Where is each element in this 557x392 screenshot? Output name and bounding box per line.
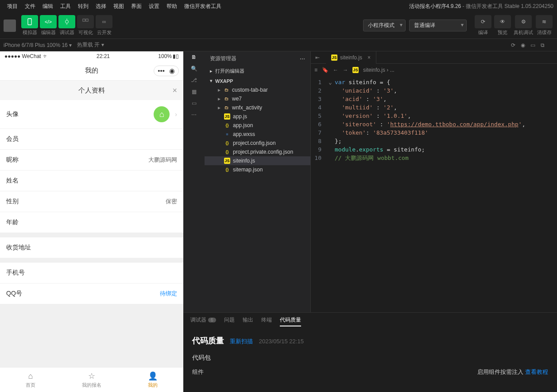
menu-item[interactable]: 设置 bbox=[145, 3, 163, 10]
ide-pane: 🗎 🔍 ⎇ ▦ ▭ ⋯ 资源管理器⋯ ▸打开的编辑器 ▾WXAPP ▸🗀cust… bbox=[183, 51, 557, 392]
refresh-icon[interactable]: ⟳ bbox=[511, 42, 515, 48]
hot-reload-toggle[interactable]: 热重载 开 ▾ bbox=[77, 41, 104, 49]
menu-item[interactable]: 工具 bbox=[57, 3, 74, 10]
tree-item[interactable]: JSsiteinfo.js bbox=[205, 156, 310, 165]
open-editors-header[interactable]: ▸打开的编辑器 bbox=[205, 66, 310, 76]
editor-action-icon[interactable]: ⇤ bbox=[315, 54, 320, 61]
panel-tab[interactable]: 调试器6 bbox=[190, 316, 216, 326]
search-icon[interactable]: 🔍 bbox=[191, 66, 197, 72]
device-select[interactable]: iPhone 6/7/8 Plus 100% 16 ▾ bbox=[4, 42, 72, 48]
breadcrumb[interactable]: siteinfo.js › ... bbox=[363, 67, 395, 73]
tree-item[interactable]: {}project.private.config.json bbox=[205, 147, 310, 156]
profile-cell[interactable]: 年龄 bbox=[0, 212, 183, 233]
project-root[interactable]: ▾WXAPP bbox=[205, 76, 310, 85]
panel-tab[interactable]: 问题 bbox=[224, 316, 235, 326]
section-label: 代码包 bbox=[192, 354, 548, 362]
explorer-title: 资源管理器 bbox=[210, 55, 236, 62]
remote-debug-button[interactable]: ⚙ bbox=[515, 15, 532, 28]
rescan-link[interactable]: 重新扫描 bbox=[230, 338, 253, 345]
tree-item[interactable]: {}app.json bbox=[205, 121, 310, 130]
editor-toolbar-icon[interactable]: ≡ bbox=[314, 67, 317, 73]
nav-back-icon[interactable]: ← bbox=[333, 67, 338, 73]
panel-tab[interactable]: 代码质量 bbox=[280, 316, 301, 326]
profile-list[interactable]: 头像⌂›会员昵称大鹏源码网姓名性别保密年龄收货地址手机号QQ号待绑定 bbox=[0, 100, 183, 367]
profile-cell[interactable]: 性别保密 bbox=[0, 191, 183, 212]
folder-icon: 🗀 bbox=[223, 96, 229, 102]
simulator-button[interactable] bbox=[21, 15, 38, 28]
tab-icon: 👤 bbox=[148, 371, 158, 381]
profile-cell[interactable]: 收货地址 bbox=[0, 233, 183, 258]
menu-item[interactable]: 选择 bbox=[92, 3, 110, 10]
tab-item[interactable]: 👤我的 bbox=[122, 368, 183, 392]
menu-item[interactable]: 界面 bbox=[128, 3, 145, 10]
battery-label: 100% bbox=[158, 53, 172, 59]
tree-item[interactable]: {}sitemap.json bbox=[205, 165, 310, 174]
explorer-more-icon[interactable]: ⋯ bbox=[300, 56, 305, 62]
component-hint: 启用组件按需注入 bbox=[477, 369, 523, 375]
visual-button[interactable] bbox=[77, 15, 94, 28]
tab-item[interactable]: ☆我的报名 bbox=[61, 368, 122, 392]
top-menu: 项目 文件 编辑 工具 转到 选择 视图 界面 设置 帮助 微信开发者工具 活动… bbox=[0, 0, 557, 12]
panel-tab[interactable]: 输出 bbox=[243, 316, 253, 326]
extensions-icon[interactable]: ▦ bbox=[192, 89, 197, 95]
compile-select[interactable]: 普通编译 bbox=[409, 19, 467, 31]
bookmark-icon[interactable]: 🔖 bbox=[322, 67, 329, 73]
close-icon[interactable]: × bbox=[172, 86, 177, 95]
menu-item[interactable]: 帮助 bbox=[163, 3, 181, 10]
profile-cell[interactable]: 昵称大鹏源码网 bbox=[0, 150, 183, 171]
capsule-close-icon[interactable]: ◉ bbox=[169, 67, 175, 75]
tab-item[interactable]: ⌂首页 bbox=[0, 368, 61, 392]
tree-item[interactable]: ▸🗀custom-tab-bar bbox=[205, 85, 310, 94]
chevron-right-icon: ▸ bbox=[218, 96, 220, 102]
menu-item[interactable]: 微信开发者工具 bbox=[181, 3, 225, 10]
popout-icon[interactable]: ⧉ bbox=[541, 42, 545, 48]
debug-icon[interactable]: ▭ bbox=[192, 100, 197, 106]
tab-close-icon[interactable]: × bbox=[367, 54, 371, 61]
git-icon[interactable]: ⎇ bbox=[191, 77, 197, 83]
profile-cell[interactable]: 手机号 bbox=[0, 258, 183, 283]
tree-item[interactable]: {}project.config.json bbox=[205, 139, 310, 147]
tutorial-link[interactable]: 查看教程 bbox=[525, 369, 548, 375]
editor-button[interactable]: </> bbox=[40, 15, 57, 28]
tree-item[interactable]: JSapp.js bbox=[205, 112, 310, 121]
js-file-icon: JS bbox=[224, 113, 230, 120]
menu-item[interactable]: 编辑 bbox=[39, 3, 57, 10]
tree-item[interactable]: ▸🗀we7 bbox=[205, 94, 310, 103]
profile-cell[interactable]: 头像⌂› bbox=[0, 100, 183, 129]
tree-item[interactable]: ▸🗀wnfx_activity bbox=[205, 103, 310, 112]
quality-title: 代码质量 bbox=[192, 336, 224, 345]
cloud-button[interactable]: ∞ bbox=[96, 15, 112, 28]
tab-icon: ⌂ bbox=[28, 372, 33, 381]
code-editor[interactable]: 1⌄var siteinfo = {2 'uniacid' : '3',3 'a… bbox=[311, 76, 557, 312]
explorer-icon[interactable]: 🗎 bbox=[191, 54, 197, 60]
phone-status-bar: ●●●●● WeChatᯤ 22:21 100%▮▯ bbox=[0, 51, 183, 61]
menu-item[interactable]: 视图 bbox=[110, 3, 128, 10]
nav-fwd-icon[interactable]: → bbox=[343, 67, 348, 73]
menu-item[interactable]: 项目 bbox=[4, 3, 21, 10]
profile-cell[interactable]: QQ号待绑定 bbox=[0, 283, 183, 304]
device-icon[interactable]: ▭ bbox=[530, 42, 535, 48]
more-icon[interactable]: ⋯ bbox=[191, 112, 197, 118]
component-label: 组件 bbox=[192, 368, 204, 376]
compile-button[interactable]: ⟳ bbox=[475, 15, 491, 28]
debugger-button[interactable] bbox=[58, 15, 75, 28]
tree-item[interactable]: ≡app.wxss bbox=[205, 130, 310, 139]
tab-bar: ⌂首页☆我的报名👤我的 bbox=[0, 367, 183, 392]
simulator-label: 模拟器 bbox=[23, 29, 37, 36]
mode-select[interactable]: 小程序模式 bbox=[363, 19, 406, 31]
clear-cache-button[interactable]: ≋ bbox=[536, 15, 553, 28]
chevron-right-icon: ▸ bbox=[218, 87, 220, 93]
editor-tab[interactable]: JSsiteinfo.js× bbox=[326, 51, 376, 64]
svg-rect-4 bbox=[83, 19, 85, 21]
capsule-menu-icon[interactable]: ••• bbox=[158, 67, 165, 74]
menu-item[interactable]: 文件 bbox=[21, 3, 39, 10]
profile-cell[interactable]: 姓名 bbox=[0, 171, 183, 191]
capsule-button[interactable]: •••◉ bbox=[154, 66, 179, 76]
record-icon[interactable]: ◉ bbox=[521, 42, 525, 48]
phone-header-title: 我的 bbox=[85, 66, 98, 75]
preview-button[interactable]: 👁 bbox=[494, 15, 511, 28]
menu-item[interactable]: 转到 bbox=[74, 3, 92, 10]
profile-cell[interactable]: 会员 bbox=[0, 129, 183, 150]
panel-tab[interactable]: 终端 bbox=[261, 316, 272, 326]
simulator-pane: ●●●●● WeChatᯤ 22:21 100%▮▯ 我的 •••◉ 个人资料 … bbox=[0, 51, 183, 392]
